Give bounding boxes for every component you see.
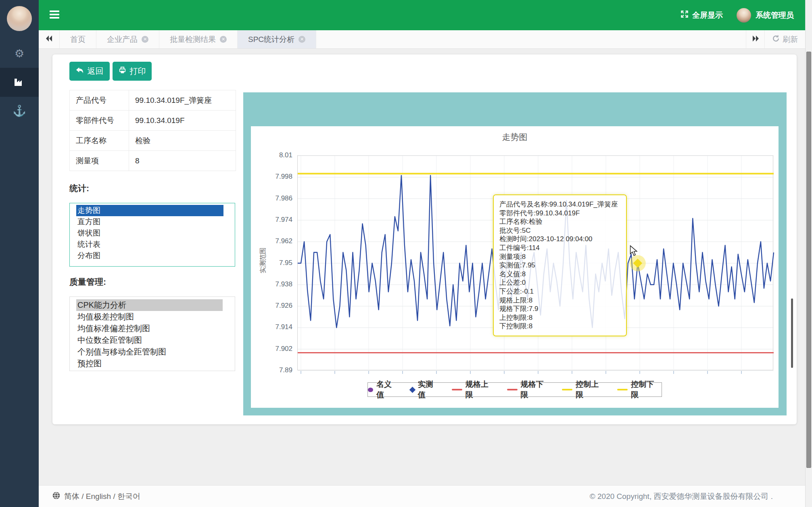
language-options: 简体 / English / 한국어 bbox=[64, 491, 140, 502]
tab-批量检测结果[interactable]: 批量检测结果✕ bbox=[159, 30, 238, 48]
legend-item-规格下限[interactable]: 规格下限 bbox=[507, 379, 551, 400]
y-tick-label: 7.974 bbox=[251, 216, 292, 224]
factory-chart-icon bbox=[13, 76, 25, 88]
legend-item-规格上限[interactable]: 规格上限 bbox=[452, 379, 496, 400]
legend-item-控制下限[interactable]: 控制下限 bbox=[617, 379, 662, 400]
mouse-cursor bbox=[629, 245, 638, 258]
y-tick-label: 7.914 bbox=[251, 323, 292, 331]
y-tick-label: 7.998 bbox=[251, 173, 292, 181]
tab-close-icon[interactable]: ✕ bbox=[142, 36, 148, 43]
list-item-预控图[interactable]: 预控图 bbox=[76, 358, 223, 369]
stats-listbox: 走势图直方图饼状图统计表分布图 bbox=[69, 203, 235, 267]
tooltip-line: 批次号:5C bbox=[499, 226, 620, 235]
page-footer: 简体 / English / 한국어 © 2020 Copyright, 西安爱… bbox=[39, 485, 805, 507]
menu-toggle-button[interactable] bbox=[50, 10, 60, 20]
fullscreen-label: 全屏显示 bbox=[692, 10, 723, 21]
tooltip-line: 测量项:8 bbox=[499, 252, 620, 261]
globe-icon bbox=[52, 492, 60, 501]
row-label: 测量项 bbox=[70, 151, 129, 171]
list-item-CPK能力分析[interactable]: CPK能力分析 bbox=[76, 299, 223, 311]
tooltip-line: 规格下限:7.9 bbox=[499, 305, 620, 313]
legend-item-实测值[interactable]: 实测值 bbox=[410, 379, 441, 400]
back-button-label: 返回 bbox=[88, 66, 104, 77]
list-item-直方图[interactable]: 直方图 bbox=[76, 216, 223, 227]
tab-SPC统计分析[interactable]: SPC统计分析✕ bbox=[238, 30, 316, 48]
legend-marker-dot bbox=[368, 388, 373, 392]
legend-item-名义值[interactable]: 名义值 bbox=[368, 379, 399, 400]
table-row: 产品代号99.10.34.019F_弹簧座 bbox=[70, 90, 236, 111]
tab-close-icon[interactable]: ✕ bbox=[298, 36, 305, 43]
y-tick-label: 8.01 bbox=[251, 151, 292, 159]
refresh-icon bbox=[772, 35, 780, 44]
sidebar-profile-avatar[interactable] bbox=[7, 6, 32, 31]
y-tick-label: 7.902 bbox=[251, 345, 292, 353]
row-value: 检验 bbox=[129, 131, 236, 151]
list-item-均值标准偏差控制图[interactable]: 均值标准偏差控制图 bbox=[76, 323, 223, 334]
fullscreen-button[interactable]: 全屏显示 bbox=[680, 10, 723, 21]
tooltip-line: 工序名称:检验 bbox=[499, 217, 620, 226]
row-label: 工序名称 bbox=[70, 131, 129, 151]
list-item-个别值与移动全距管制图[interactable]: 个别值与移动全距管制图 bbox=[76, 346, 223, 358]
tooltip-line: 零部件代号:99.10.34.019F bbox=[499, 209, 620, 218]
user-menu[interactable]: 系统管理员 bbox=[737, 8, 794, 23]
list-item-饼状图[interactable]: 饼状图 bbox=[76, 227, 223, 239]
user-name: 系统管理员 bbox=[756, 10, 794, 21]
row-value: 99.10.34.019F_弹簧座 bbox=[129, 90, 236, 111]
tooltip-line: 实测值:7.95 bbox=[499, 261, 620, 270]
row-value: 8 bbox=[129, 151, 236, 171]
tab-label: 首页 bbox=[70, 34, 86, 45]
y-tick-label: 7.89 bbox=[251, 366, 292, 374]
tooltip-line: 下公差:-0.1 bbox=[499, 287, 620, 296]
legend-label: 实测值 bbox=[418, 379, 441, 400]
list-item-均值极差控制图[interactable]: 均值极差控制图 bbox=[76, 311, 223, 323]
tabs-scroll-left-button[interactable] bbox=[39, 30, 60, 48]
sidebar-item-settings[interactable]: ⚙ bbox=[0, 40, 39, 67]
list-item-统计表[interactable]: 统计表 bbox=[76, 239, 223, 250]
back-button[interactable]: 返回 bbox=[69, 62, 110, 81]
tab-label: 批量检测结果 bbox=[170, 34, 216, 45]
printer-icon bbox=[119, 67, 126, 76]
tab-首页[interactable]: 首页 bbox=[60, 30, 96, 48]
tooltip-line: 下控制限:8 bbox=[499, 322, 620, 331]
y-tick-label: 7.962 bbox=[251, 237, 292, 245]
tooltip-line: 产品代号及名称:99.10.34.019F_弹簧座 bbox=[499, 200, 620, 209]
sidebar-item-anchor[interactable]: ⚓ bbox=[0, 98, 39, 124]
tooltip-line: 规格上限:8 bbox=[499, 296, 620, 305]
language-switcher[interactable]: 简体 / English / 한국어 bbox=[52, 491, 140, 502]
table-row: 测量项8 bbox=[70, 151, 236, 171]
tab-close-icon[interactable]: ✕ bbox=[220, 36, 227, 43]
sidebar-item-analysis[interactable] bbox=[0, 68, 39, 97]
tab-label: SPC统计分析 bbox=[248, 34, 294, 45]
copyright-text: © 2020 Copyright, 西安爱德华测量设备股份有限公司 . bbox=[590, 491, 773, 502]
tab-企业产品[interactable]: 企业产品✕ bbox=[96, 30, 159, 48]
tabs-scroll-right-button[interactable] bbox=[746, 30, 764, 48]
anchor-icon: ⚓ bbox=[13, 104, 26, 117]
double-chevron-right-icon bbox=[752, 35, 759, 43]
data-point-tooltip: 产品代号及名称:99.10.34.019F_弹簧座零部件代号:99.10.34.… bbox=[493, 194, 627, 336]
print-button[interactable]: 打印 bbox=[113, 62, 152, 81]
scrollbar-thumb[interactable] bbox=[806, 52, 811, 468]
list-item-箱线图[interactable]: 箱线图 bbox=[76, 369, 223, 371]
tooltip-line: 上控制限:8 bbox=[499, 313, 620, 322]
y-tick-label: 7.926 bbox=[251, 302, 292, 310]
list-item-走势图[interactable]: 走势图 bbox=[76, 205, 223, 216]
chart-panel: 走势图 实测范围 8.017.9987.9867.9747.9627.957.9… bbox=[251, 126, 779, 408]
table-row: 工序名称检验 bbox=[70, 131, 236, 151]
table-row: 零部件代号99.10.34.019F bbox=[70, 111, 236, 131]
refresh-label: 刷新 bbox=[783, 34, 798, 45]
tab-label: 企业产品 bbox=[107, 34, 138, 45]
list-item-中位数全距管制图[interactable]: 中位数全距管制图 bbox=[76, 334, 223, 346]
quality-section-title: 质量管理: bbox=[69, 276, 106, 288]
main-content: 返回 打印 产品代号99.10.34.019F_弹簧座零部件代号99.10.34… bbox=[39, 49, 805, 485]
legend-item-控制上限[interactable]: 控制上限 bbox=[562, 379, 606, 400]
tab-bar: 首页企业产品✕批量检测结果✕SPC统计分析✕ 刷新 bbox=[39, 30, 805, 49]
quality-list-scrollbar[interactable] bbox=[791, 298, 793, 368]
tooltip-line: 上公差:0 bbox=[499, 278, 620, 287]
gear-icon: ⚙ bbox=[15, 47, 24, 60]
list-item-分布图[interactable]: 分布图 bbox=[76, 250, 223, 261]
refresh-button[interactable]: 刷新 bbox=[764, 30, 805, 48]
quality-listbox: CPK能力分析均值极差控制图均值标准偏差控制图中位数全距管制图个别值与移动全距管… bbox=[69, 296, 235, 371]
chart-container: 走势图 实测范围 8.017.9987.9867.9747.9627.957.9… bbox=[243, 92, 787, 415]
legend-marker-line bbox=[507, 389, 518, 390]
vertical-scrollbar[interactable] bbox=[805, 0, 812, 507]
